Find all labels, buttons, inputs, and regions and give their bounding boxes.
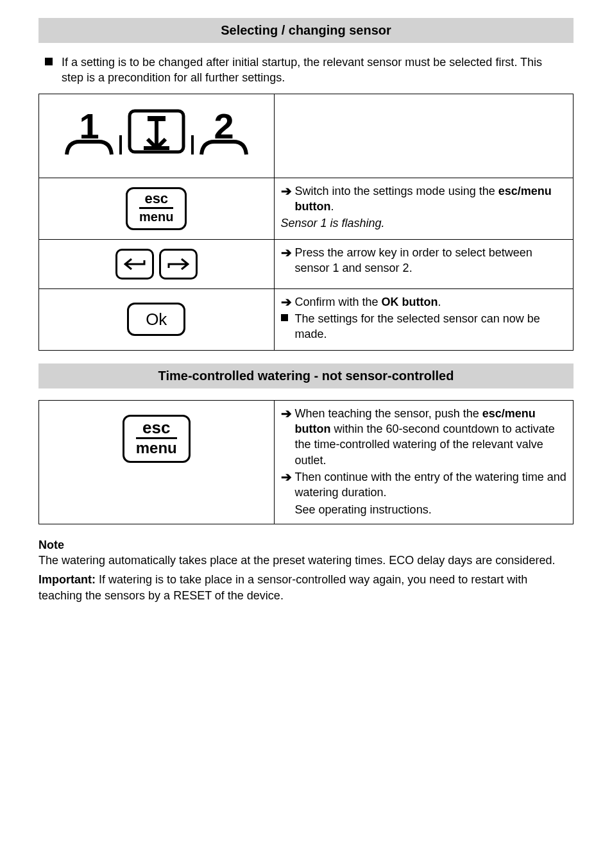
empty-text-cell [274, 94, 573, 178]
row2-line1: Switch into the settings mode using the … [295, 183, 566, 215]
sec2-l2: Then continue with the entry of the wate… [295, 469, 566, 501]
row3-text: ➔ Press the arrow key in order to select… [274, 239, 573, 288]
esc-menu-button-icon: esc menu [126, 187, 187, 230]
esc-menu-cell-2: esc menu [39, 400, 275, 524]
row4-line1: Confirm with the OK button. [295, 294, 566, 310]
instruction-table-1: 1 2 esc menu [38, 94, 574, 351]
row4-text: ➔ Confirm with the OK button. The settin… [274, 288, 573, 350]
key-top: esc [136, 419, 177, 439]
ok-cell: Ok [39, 288, 275, 350]
arrow-right-icon: ➔ [281, 406, 295, 468]
key-bot: menu [139, 210, 173, 223]
arrow-right-icon: ➔ [281, 469, 295, 501]
note-important: Important: If watering is to take place … [38, 572, 574, 603]
arrow-right-icon: ➔ [281, 294, 295, 310]
sensor-12-icon: 1 2 [60, 103, 253, 165]
arrow-key-pair-icon [115, 249, 198, 280]
ok-button-icon: Ok [127, 303, 185, 336]
arrow-right-icon: ➔ [281, 245, 295, 276]
section-title-2: Time-controlled watering - not sensor-co… [38, 363, 574, 388]
sensor-graphic-cell: 1 2 [39, 94, 275, 178]
intro-bullet: If a setting is to be changed after init… [45, 54, 567, 86]
sec2-text: ➔ When teaching the sensor, push the esc… [274, 400, 573, 524]
square-bullet-icon [281, 311, 295, 342]
esc-menu-button-icon: esc menu [123, 415, 191, 463]
note-body: The watering automatically takes place a… [38, 553, 574, 568]
key-bot: menu [136, 440, 177, 456]
section-title-1: Selecting / changing sensor [38, 18, 574, 43]
sec2-l3: See operating instructions. [295, 502, 566, 517]
key-top: esc [139, 192, 173, 209]
row2-text: ➔ Switch into the settings mode using th… [274, 178, 573, 239]
svg-text:2: 2 [214, 106, 234, 146]
esc-menu-cell: esc menu [39, 178, 275, 239]
sec2-l1: When teaching the sensor, push the esc/m… [295, 406, 566, 468]
left-arrow-key-icon [115, 249, 154, 280]
arrow-right-icon: ➔ [281, 183, 295, 215]
svg-text:1: 1 [79, 106, 99, 146]
arrow-keys-cell [39, 239, 275, 288]
instruction-table-2: esc menu ➔ When teaching the sensor, pus… [38, 400, 574, 524]
row4-sq: The settings for the selected sensor can… [295, 311, 566, 342]
intro-text: If a setting is to be changed after init… [62, 54, 567, 86]
row3-line: Press the arrow key in order to select b… [295, 245, 566, 276]
row2-italic: Sensor 1 is flashing. [281, 215, 566, 231]
right-arrow-key-icon [159, 249, 198, 280]
note-heading: Note [38, 537, 574, 553]
square-bullet-icon [45, 58, 53, 65]
